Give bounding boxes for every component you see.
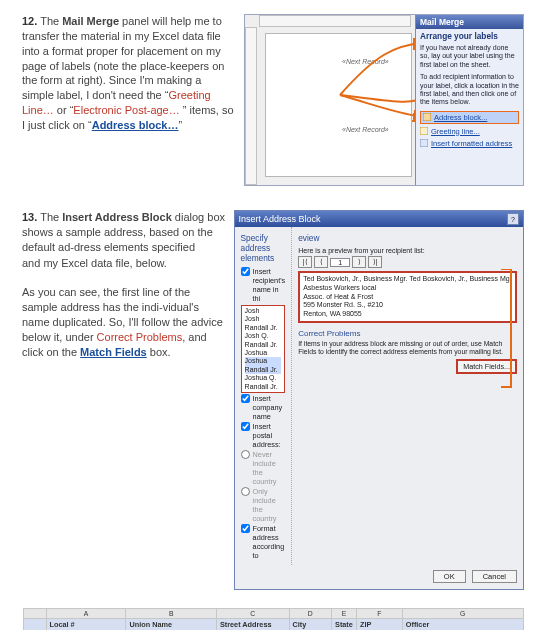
- col-letter: C: [216, 608, 289, 618]
- mail-merge-title: Mail Merge: [416, 15, 523, 29]
- name-option[interactable]: Joshua: [245, 349, 282, 357]
- address-block-label: Address block...: [434, 113, 487, 122]
- insert-postal-checkbox[interactable]: Insert postal address:: [241, 422, 286, 449]
- preview-line: Asbestos Workers local: [303, 284, 512, 293]
- next-record-button[interactable]: ⟩: [352, 256, 366, 268]
- address-icon: [423, 113, 431, 121]
- chk-recipient-label: Insert recipient's name in thi: [253, 267, 286, 303]
- col-letter: G: [402, 608, 523, 618]
- preview-nav: |⟨ ⟨ 1 ⟩ ⟩|: [298, 256, 517, 268]
- never-country-radio[interactable]: Never include the country: [241, 450, 286, 486]
- name-option[interactable]: Joshua Q. Randall Jr.: [245, 374, 282, 391]
- svg-rect-2: [420, 139, 428, 147]
- section-mail-merge: 12. The Mail Merge panel will help me to…: [0, 0, 542, 192]
- preview-line: Renton, WA 98055: [303, 310, 512, 319]
- chk-company-label: Insert company name: [253, 394, 286, 421]
- prev-record-button[interactable]: ⟨: [314, 256, 328, 268]
- col-letter: D: [289, 608, 332, 618]
- close-button[interactable]: ?: [507, 213, 519, 225]
- col-header: Union Name: [126, 618, 216, 630]
- chk-recipient[interactable]: [241, 267, 250, 276]
- record-index[interactable]: 1: [330, 258, 350, 267]
- col-header: City: [289, 618, 332, 630]
- ok-button[interactable]: OK: [433, 570, 466, 583]
- insert-fmt-link[interactable]: Insert formatted address: [420, 139, 519, 148]
- preview-heading: eview: [298, 233, 517, 243]
- dialog-footer: OK Cancel: [235, 565, 523, 583]
- excel-column-letters: ABCDEFG: [23, 608, 523, 618]
- name-option[interactable]: Josh Randall Jr.: [245, 315, 282, 332]
- insert-fmt-icon: [420, 139, 428, 147]
- name-option[interactable]: Josh Q. Randall Jr.: [245, 332, 282, 349]
- radio-only-country[interactable]: [241, 487, 250, 496]
- first-record-button[interactable]: |⟨: [298, 256, 312, 268]
- chk-format[interactable]: [241, 524, 250, 533]
- specify-elements-heading: Specify address elements: [241, 233, 286, 263]
- chk-format-label: Format address according to: [253, 524, 286, 560]
- last-record-button[interactable]: ⟩|: [368, 256, 382, 268]
- cancel-button[interactable]: Cancel: [472, 570, 517, 583]
- address-block-link[interactable]: Address block...: [420, 111, 519, 124]
- name-option[interactable]: Josh: [245, 307, 282, 315]
- name-option-selected[interactable]: Joshua Randall Jr.: [245, 357, 282, 374]
- greeting-line-label: Greeting line...: [431, 127, 480, 136]
- step12-text: 12. The Mail Merge panel will help me to…: [22, 14, 234, 186]
- word-window-mock: «Next Record» «Next Record» Mail Merge A…: [244, 14, 524, 186]
- preview-label: Here is a preview from your recipient li…: [298, 247, 517, 254]
- preview-address: Ted Boskovich, Jr., Business Mgr. Ted Bo…: [298, 271, 517, 323]
- preview-panel: eview Here is a preview from your recipi…: [292, 227, 523, 565]
- col-header: Officer: [402, 618, 523, 630]
- section-insert-address-block: 13. The Insert Address Block dialog box …: [0, 192, 542, 594]
- radio-never-label: Never include the country: [253, 450, 286, 486]
- format-address-checkbox[interactable]: Format address according to: [241, 524, 286, 560]
- col-header: State: [332, 618, 357, 630]
- step13-number: 13.: [22, 211, 37, 223]
- mail-merge-subtitle: Arrange your labels: [420, 31, 519, 41]
- dialog-title: Insert Address Block: [239, 214, 321, 224]
- col-letter: E: [332, 608, 357, 618]
- ruler-horizontal: [259, 15, 411, 27]
- col-header: Local #: [46, 618, 126, 630]
- col-letter: B: [126, 608, 216, 618]
- svg-rect-1: [420, 127, 428, 135]
- ruler-vertical: [245, 27, 257, 185]
- excel-data-preview: ABCDEFG Local #Union NameStreet AddressC…: [0, 594, 542, 630]
- mail-merge-tip2: To add recipient information to your lab…: [420, 73, 519, 107]
- name-format-list[interactable]: Josh Josh Randall Jr. Josh Q. Randall Jr…: [241, 305, 286, 393]
- chk-postal-label: Insert postal address:: [253, 422, 286, 449]
- chk-company[interactable]: [241, 394, 250, 403]
- insert-fmt-label: Insert formatted address: [431, 139, 512, 148]
- svg-rect-0: [423, 113, 431, 121]
- only-country-radio[interactable]: Only include the country: [241, 487, 286, 523]
- radio-never-country[interactable]: [241, 450, 250, 459]
- chk-postal[interactable]: [241, 422, 250, 431]
- col-letter: A: [46, 608, 126, 618]
- preview-line: 595 Monster Rd. S., #210: [303, 301, 512, 310]
- mail-merge-tip1: If you have not already done so, lay out…: [420, 44, 519, 69]
- insert-company-checkbox[interactable]: Insert company name: [241, 394, 286, 421]
- mail-merge-pane: Mail Merge Arrange your labels If you ha…: [415, 15, 523, 185]
- next-record-field-2: «Next Record»: [342, 126, 389, 133]
- side-bracket: [499, 269, 529, 389]
- specify-elements-panel: Specify address elements Insert recipien…: [235, 227, 293, 565]
- correct-problems-heading: Correct Problems: [298, 329, 517, 338]
- greeting-line-link[interactable]: Greeting line...: [420, 127, 519, 136]
- step12-body: The Mail Merge panel will help me to tra…: [22, 15, 234, 131]
- greeting-icon: [420, 127, 428, 135]
- insert-recipient-checkbox[interactable]: Insert recipient's name in thi: [241, 267, 286, 303]
- col-header: ZIP: [357, 618, 403, 630]
- correct-problems-text: If items in your address block are missi…: [298, 340, 517, 356]
- step13-text: 13. The Insert Address Block dialog box …: [22, 210, 226, 590]
- preview-line: Ted Boskovich, Jr., Business Mgr. Ted Bo…: [303, 275, 512, 284]
- col-letter: [23, 608, 46, 618]
- dialog-titlebar: Insert Address Block ?: [235, 211, 523, 227]
- excel-table: ABCDEFG Local #Union NameStreet AddressC…: [22, 608, 524, 630]
- col-header: Street Address: [216, 618, 289, 630]
- col-letter: F: [357, 608, 403, 618]
- preview-line: Assoc. of Heat & Frost: [303, 293, 512, 302]
- step12-number: 12.: [22, 15, 37, 27]
- insert-address-block-dialog: Insert Address Block ? Specify address e…: [234, 210, 524, 590]
- radio-only-label: Only include the country: [253, 487, 286, 523]
- col-header: [23, 618, 46, 630]
- excel-headers: Local #Union NameStreet AddressCityState…: [23, 618, 523, 630]
